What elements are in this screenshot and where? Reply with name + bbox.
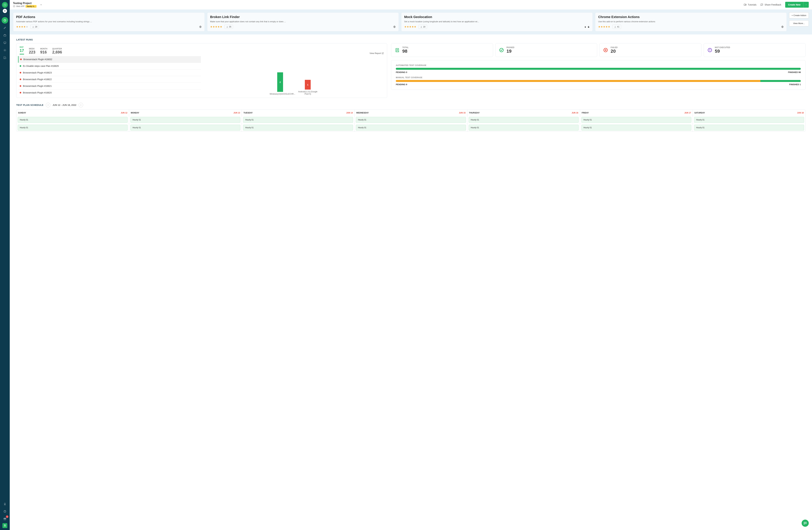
schedule-next-button[interactable] xyxy=(78,103,83,107)
stat-passed: PASSED19 xyxy=(495,43,597,57)
project-title: Testing Project xyxy=(13,2,37,5)
star-rating: ★★★★★ xyxy=(404,25,416,28)
platform-icons xyxy=(199,26,202,28)
run-item[interactable]: Ex Disable steps case Plan #16829 xyxy=(18,63,201,69)
create-new-button[interactable]: Create New xyxy=(785,2,803,8)
download-count[interactable]: 41 xyxy=(612,25,621,29)
period-tab-week[interactable]: WEEK223 xyxy=(29,47,35,54)
schedule-calendar: SUNDAYJUN 12Hourly 01Hourly 01MONDAYJUN … xyxy=(16,110,806,132)
gift-badge: 1 xyxy=(6,515,9,518)
sidebar-gift[interactable]: 1 xyxy=(2,516,8,522)
tutorials-link[interactable]: Tutorials xyxy=(744,3,756,6)
day-column: WEDNESDAYJUN 15Hourly 01Hourly 01 xyxy=(354,110,467,131)
period-tab-day[interactable]: DAY17 xyxy=(20,46,24,54)
sidebar-badge-icon[interactable] xyxy=(2,501,8,507)
sidebar-dashboard[interactable] xyxy=(2,17,8,24)
platform-icons xyxy=(393,26,396,28)
schedule-event[interactable]: Hourly 01 xyxy=(694,125,804,130)
schedule-event[interactable]: Hourly 01 xyxy=(130,117,240,123)
run-item[interactable]: Browserstack Plugin #16822 xyxy=(18,76,201,83)
day-column: SUNDAYJUN 12Hourly 01Hourly 01 xyxy=(16,110,129,131)
create-addon-button[interactable]: + Create Addon xyxy=(789,12,809,18)
project-type: Web APP xyxy=(16,5,25,8)
schedule-event[interactable]: Hourly 01 xyxy=(469,125,579,130)
app-type-icon xyxy=(13,5,15,8)
period-tab-quarter[interactable]: QUARTER2,696 xyxy=(52,47,62,54)
svg-rect-2 xyxy=(4,35,6,36)
chart-bar: 2 xyxy=(277,72,283,92)
run-item[interactable]: Browserstack Plugin #16823 xyxy=(18,69,201,76)
sidebar-help[interactable] xyxy=(2,508,8,515)
stat-failed: FAILED20 xyxy=(599,43,701,57)
sidebar-edit[interactable] xyxy=(2,25,8,31)
status-dot xyxy=(20,85,21,87)
user-avatar[interactable]: S xyxy=(2,523,7,528)
download-count[interactable]: 28 xyxy=(30,25,39,29)
x-circle-icon xyxy=(603,47,608,53)
addon-card[interactable]: Broken Link FinderMake sure that your ap… xyxy=(207,12,399,31)
addon-card[interactable]: PDF ActionsAutomate various PDF actions … xyxy=(13,12,205,31)
run-item[interactable]: Browserstack Plugin #16820 xyxy=(18,89,201,95)
sidebar-monitor[interactable] xyxy=(2,40,8,46)
sidebar-settings[interactable] xyxy=(2,47,8,54)
download-count[interactable]: 35 xyxy=(224,25,233,29)
project-badge[interactable]: Sanity 3... xyxy=(26,5,37,8)
app-logo[interactable] xyxy=(2,2,8,8)
sidebar-add-button[interactable] xyxy=(3,9,7,13)
star-rating: ★★★★★ xyxy=(598,25,610,28)
schedule-event[interactable]: Hourly 01 xyxy=(130,125,240,130)
create-new-dropdown[interactable] xyxy=(803,2,809,8)
chart-bar: 1 xyxy=(305,80,311,89)
runs-list[interactable]: Browserstack Plugin #16832Ex Disable ste… xyxy=(18,56,201,95)
download-count[interactable]: 18 xyxy=(419,25,427,29)
schedule-event[interactable]: Hourly 01 xyxy=(581,125,691,130)
schedule-event[interactable]: Hourly 01 xyxy=(18,117,128,123)
star-rating: ★★★★★ xyxy=(210,25,222,28)
view-more-addons-button[interactable]: View More... xyxy=(789,20,809,26)
day-column: TUESDAYJUN 14Hourly 01Hourly 01 xyxy=(242,110,354,131)
sidebar-extension[interactable] xyxy=(2,54,8,61)
svg-point-4 xyxy=(4,50,5,51)
addon-card[interactable]: Chrome Extension ActionsUse this add-on … xyxy=(595,12,787,31)
schedule-event[interactable]: Hourly 01 xyxy=(356,125,466,130)
project-dropdown[interactable] xyxy=(40,3,42,6)
run-item[interactable]: Browserstack Plugin #16832 xyxy=(18,56,201,63)
schedule-event[interactable]: Hourly 01 xyxy=(356,117,466,123)
schedule-date-range: JUN 12 - JUN 18, 2022 xyxy=(53,104,76,106)
schedule-prev-button[interactable] xyxy=(46,103,50,107)
schedule-event[interactable]: Hourly 01 xyxy=(581,117,691,123)
topbar: Testing Project Web APP Sanity 3... Tuto… xyxy=(10,0,812,10)
day-column: SATURDAYJUN 18Hourly 01Hourly 01 xyxy=(693,110,805,131)
day-column: FRIDAYJUN 17Hourly 01Hourly 01 xyxy=(580,110,693,131)
status-dot xyxy=(20,72,21,73)
latest-runs-title: LATEST RUNS xyxy=(16,38,806,41)
stat-not-executed: NOT EXECUTED59 xyxy=(704,43,806,57)
svg-rect-10 xyxy=(744,4,745,5)
auto-coverage-bar xyxy=(396,68,801,70)
tutorials-label: Tutorials xyxy=(748,3,756,6)
view-report-link[interactable]: View Report xyxy=(369,52,384,54)
clipboard-icon xyxy=(394,47,400,53)
schedule-event[interactable]: Hourly 01 xyxy=(243,125,353,130)
run-item[interactable]: Browserstack Plugin #16821 xyxy=(18,83,201,89)
period-tab-month[interactable]: MONTH916 xyxy=(40,47,47,54)
coverage-card: AUTOMATED TEST COVERAGE PENDING 0FINISHE… xyxy=(391,60,806,90)
video-icon xyxy=(744,3,746,6)
addon-card[interactable]: Mock GeolocationSet a mock location (usi… xyxy=(401,12,593,31)
sidebar-briefcase[interactable] xyxy=(2,32,8,39)
schedule-event[interactable]: Hourly 01 xyxy=(469,117,579,123)
chat-icon xyxy=(760,3,763,6)
platform-icons xyxy=(781,26,784,28)
schedule-event[interactable]: Hourly 01 xyxy=(243,117,353,123)
chat-fab[interactable] xyxy=(802,520,809,527)
day-column: THURSDAYJUN 16Hourly 01Hourly 01 xyxy=(467,110,580,131)
sidebar: 1 S xyxy=(0,0,10,530)
schedule-event[interactable]: Hourly 01 xyxy=(18,125,128,130)
status-dot xyxy=(20,65,21,67)
feedback-link[interactable]: Share Feedback xyxy=(760,3,781,6)
status-dot xyxy=(20,58,22,60)
addons-strip: PDF ActionsAutomate various PDF actions … xyxy=(10,10,812,34)
star-rating: ★★★★★ xyxy=(16,25,28,28)
platform-icons xyxy=(584,26,590,28)
schedule-event[interactable]: Hourly 01 xyxy=(694,117,804,123)
